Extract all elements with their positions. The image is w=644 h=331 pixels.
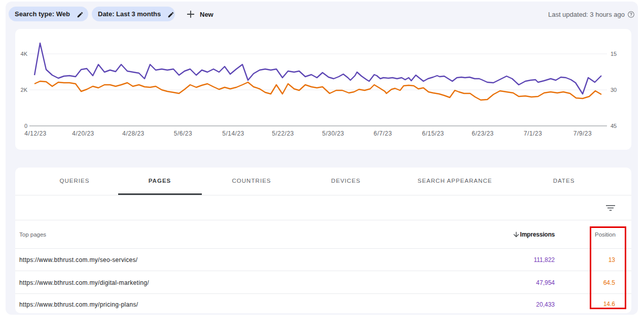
svg-text:4/28/23: 4/28/23 (122, 130, 145, 137)
svg-text:45: 45 (611, 123, 617, 129)
svg-text:0: 0 (24, 123, 27, 129)
svg-text:4/20/23: 4/20/23 (72, 130, 94, 137)
svg-text:6/23/23: 6/23/23 (472, 130, 494, 137)
svg-text:6/7/23: 6/7/23 (374, 130, 392, 137)
svg-text:5/14/23: 5/14/23 (222, 130, 244, 137)
svg-text:30: 30 (611, 87, 617, 93)
svg-text:15: 15 (611, 51, 617, 57)
svg-text:5/22/23: 5/22/23 (272, 130, 294, 137)
svg-text:7/9/23: 7/9/23 (574, 130, 592, 137)
svg-text:2K: 2K (21, 87, 28, 93)
svg-text:5/30/23: 5/30/23 (322, 130, 344, 137)
svg-text:7/1/23: 7/1/23 (524, 130, 542, 137)
svg-text:4/12/23: 4/12/23 (24, 130, 47, 137)
svg-text:6/15/23: 6/15/23 (422, 130, 444, 137)
svg-text:4K: 4K (21, 51, 28, 57)
svg-text:5/6/23: 5/6/23 (174, 130, 192, 137)
